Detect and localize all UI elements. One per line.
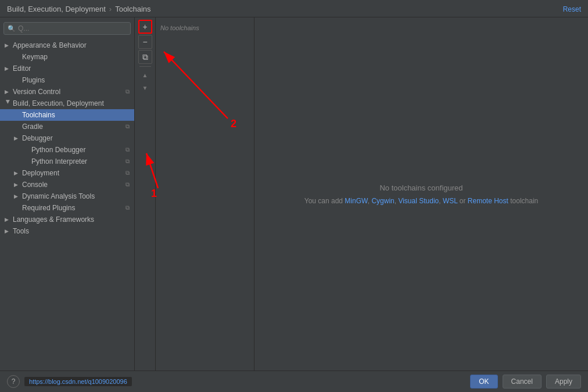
- bottom-left: ? https://blog.csdn.net/q1009020096: [7, 375, 132, 388]
- sidebar-item-label: Tools: [13, 227, 29, 235]
- arrow-icon: ▶: [14, 193, 21, 199]
- move-up-button[interactable]: ▲: [139, 69, 151, 81]
- ok-button[interactable]: OK: [470, 375, 497, 389]
- wsl-link[interactable]: WSL: [443, 197, 458, 205]
- breadcrumb: Build, Execution, Deployment › Toolchain…: [7, 5, 151, 13]
- sidebar-item-deployment[interactable]: ▶ Deployment ⧉: [0, 167, 134, 179]
- arrow-icon: ▶: [5, 217, 12, 222]
- breadcrumb-current: Toolchains: [115, 5, 150, 13]
- sidebar-item-toolchains[interactable]: ▶ Toolchains: [0, 109, 134, 121]
- toolchain-info-area: No toolchains configured You can add Min…: [254, 17, 588, 371]
- search-icon: 🔍: [8, 25, 16, 33]
- content-area: + − ⧉ ▲ ▼: [135, 17, 588, 371]
- sidebar-item-python-interpreter[interactable]: ▶ Python Interpreter ⧉: [0, 156, 134, 167]
- sidebar-item-editor[interactable]: ▶ Editor: [0, 63, 134, 74]
- cancel-button[interactable]: Cancel: [503, 375, 542, 389]
- add-icon: +: [142, 22, 147, 31]
- sidebar-item-dynamic-analysis[interactable]: ▶ Dynamic Analysis Tools: [0, 190, 134, 202]
- copy-icon: ⧉: [142, 52, 148, 62]
- sidebar-item-gradle[interactable]: ▶ Gradle ⧉: [0, 121, 134, 132]
- sidebar-item-label: Deployment: [22, 169, 59, 177]
- url-display: https://blog.csdn.net/q1009020096: [24, 377, 132, 386]
- arrow-icon: ▶: [5, 42, 12, 48]
- remove-toolchain-button[interactable]: −: [138, 35, 152, 49]
- desc-prefix: You can add: [304, 197, 345, 205]
- arrow-icon: ▶: [14, 182, 21, 188]
- arrow-icon: ▶: [5, 66, 12, 71]
- sidebar-item-label: Dynamic Analysis Tools: [22, 192, 95, 200]
- sidebar-item-label: Python Debugger: [31, 146, 85, 154]
- sidebar-item-label: Appearance & Behavior: [13, 41, 87, 49]
- sidebar-item-console[interactable]: ▶ Console ⧉: [0, 179, 134, 190]
- breadcrumb-separator: ›: [109, 5, 112, 13]
- sidebar-item-label: Debugger: [22, 134, 53, 142]
- copy-icon: ⧉: [126, 204, 130, 211]
- sidebar: 🔍 ▶ Appearance & Behavior ▶ Keymap ▶ Edi…: [0, 17, 135, 371]
- sidebar-item-label: Toolchains: [22, 111, 55, 119]
- sidebar-item-languages[interactable]: ▶ Languages & Frameworks: [0, 214, 134, 225]
- copy-toolchain-button[interactable]: ⧉: [138, 50, 152, 64]
- visual-studio-link[interactable]: Visual Studio: [398, 197, 439, 205]
- sidebar-item-label: Languages & Frameworks: [13, 215, 94, 224]
- add-toolchain-button[interactable]: +: [138, 20, 152, 34]
- no-toolchains-list-label: No toolchains: [160, 24, 249, 31]
- sidebar-item-build-execution[interactable]: ▶ Build, Execution, Deployment: [0, 98, 134, 109]
- bottom-bar: ? https://blog.csdn.net/q1009020096 OK C…: [0, 371, 588, 392]
- help-button[interactable]: ?: [7, 375, 20, 388]
- sidebar-item-debugger[interactable]: ▶ Debugger: [0, 132, 134, 144]
- copy-icon: ⧉: [126, 88, 130, 95]
- arrow-icon: ▶: [14, 135, 21, 141]
- sidebar-item-required-plugins[interactable]: ▶ Required Plugins ⧉: [0, 202, 134, 214]
- move-down-button[interactable]: ▼: [139, 82, 151, 93]
- sidebar-item-label: Console: [22, 181, 48, 189]
- remove-icon: −: [142, 37, 147, 46]
- sidebar-item-plugins[interactable]: ▶ Plugins: [0, 74, 134, 86]
- copy-icon: ⧉: [126, 146, 130, 153]
- sidebar-item-label: Python Interpreter: [31, 157, 87, 166]
- side-toolbar: + − ⧉ ▲ ▼: [135, 17, 156, 371]
- comma3: ,: [439, 197, 443, 205]
- dialog-header: Build, Execution, Deployment › Toolchain…: [0, 0, 588, 17]
- sidebar-item-label: Required Plugins: [22, 204, 75, 212]
- cygwin-link[interactable]: Cygwin: [371, 197, 394, 205]
- sidebar-item-keymap[interactable]: ▶ Keymap: [0, 51, 134, 63]
- sidebar-item-label: Keymap: [22, 53, 48, 61]
- sidebar-item-label: Plugins: [22, 76, 45, 84]
- sidebar-item-python-debugger[interactable]: ▶ Python Debugger ⧉: [0, 144, 134, 156]
- search-input[interactable]: [18, 24, 127, 33]
- sidebar-item-tools[interactable]: ▶ Tools: [0, 225, 134, 237]
- copy-icon: ⧉: [126, 158, 130, 165]
- sidebar-item-label: Version Control: [13, 88, 60, 96]
- arrow-icon: ▶: [5, 89, 12, 95]
- sidebar-item-label: Editor: [13, 64, 31, 73]
- arrow-icon: ▶: [5, 228, 12, 234]
- reset-button[interactable]: Reset: [563, 5, 581, 13]
- search-box[interactable]: 🔍: [3, 22, 131, 35]
- copy-icon: ⧉: [126, 170, 130, 177]
- or-text: or: [460, 197, 468, 205]
- remote-host-link[interactable]: Remote Host: [468, 197, 508, 205]
- copy-icon: ⧉: [126, 181, 130, 188]
- breadcrumb-parent: Build, Execution, Deployment: [7, 5, 106, 13]
- sidebar-item-version-control[interactable]: ▶ Version Control ⧉: [0, 86, 134, 98]
- sidebar-item-label: Build, Execution, Deployment: [13, 99, 104, 107]
- apply-button[interactable]: Apply: [546, 375, 581, 389]
- toolchain-list: No toolchains: [156, 17, 254, 371]
- no-toolchains-desc: You can add MinGW, Cygwin, Visual Studio…: [304, 197, 539, 205]
- toolbar-divider: [139, 66, 151, 67]
- sidebar-item-appearance[interactable]: ▶ Appearance & Behavior: [0, 39, 134, 51]
- dialog-body: 🔍 ▶ Appearance & Behavior ▶ Keymap ▶ Edi…: [0, 17, 588, 371]
- mingw-link[interactable]: MinGW: [345, 197, 367, 205]
- up-arrow-icon: ▲: [142, 72, 148, 78]
- arrow-icon: ▶: [14, 170, 21, 176]
- desc-suffix: toolchain: [510, 197, 538, 205]
- arrow-icon: ▶: [5, 100, 11, 107]
- no-toolchains-title: No toolchains configured: [379, 184, 462, 192]
- down-arrow-icon: ▼: [142, 85, 148, 91]
- copy-icon: ⧉: [126, 123, 130, 130]
- sidebar-item-label: Gradle: [22, 123, 43, 131]
- settings-dialog: Build, Execution, Deployment › Toolchain…: [0, 0, 588, 392]
- bottom-right: OK Cancel Apply: [470, 375, 581, 389]
- main-panel: No toolchains No toolchains configured Y…: [156, 17, 588, 371]
